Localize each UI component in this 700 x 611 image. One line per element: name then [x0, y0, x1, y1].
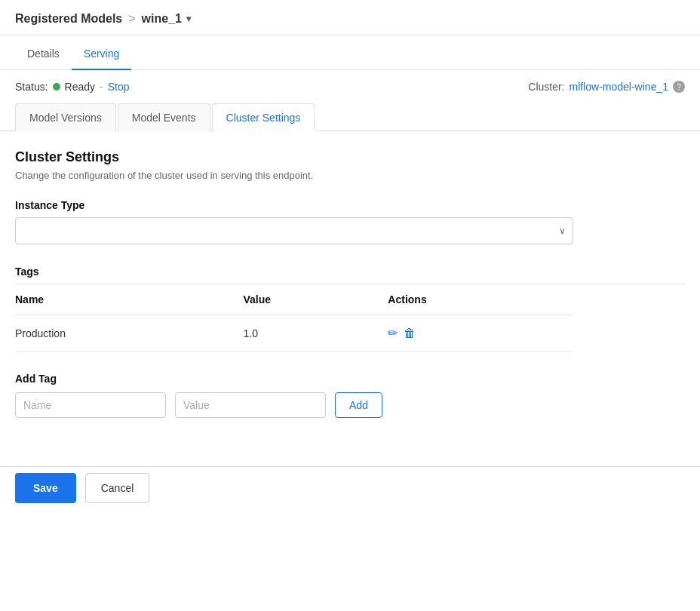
instance-type-select[interactable] — [15, 217, 573, 244]
tags-section: Tags Name Value Actions Production 1.0 — [15, 266, 685, 352]
cancel-button[interactable]: Cancel — [85, 473, 150, 503]
tag-actions-cell: ✏ 🗑 — [388, 315, 573, 352]
status-dot — [53, 83, 60, 91]
tags-table: Name Value Actions Production 1.0 ✏ 🗑 — [15, 284, 573, 352]
tags-label: Tags — [15, 266, 685, 278]
help-icon[interactable]: ? — [673, 81, 685, 93]
breadcrumb: Registered Models > wine_1 ▾ — [0, 0, 700, 35]
add-tag-value-input[interactable] — [175, 392, 326, 418]
status-label: Status: — [15, 81, 48, 93]
status-dash: - — [100, 81, 103, 93]
breadcrumb-parent[interactable]: Registered Models — [15, 12, 122, 26]
status-state: Ready — [65, 81, 95, 93]
add-tag-row: Add — [15, 392, 685, 418]
actions-container: ✏ 🗑 — [388, 326, 561, 340]
breadcrumb-dropdown-icon[interactable]: ▾ — [186, 14, 191, 24]
section-title: Cluster Settings — [15, 149, 685, 165]
tab-details[interactable]: Details — [15, 38, 72, 70]
tag-name-cell: Production — [15, 315, 244, 352]
save-button[interactable]: Save — [15, 473, 76, 503]
edit-icon[interactable]: ✏ — [388, 326, 398, 340]
subtab-model-events[interactable]: Model Events — [118, 103, 210, 131]
instance-type-label: Instance Type — [15, 199, 685, 211]
footer-buttons: Save Cancel — [0, 466, 700, 521]
breadcrumb-current: wine_1 ▾ — [142, 12, 191, 26]
col-header-value: Value — [244, 284, 388, 315]
cluster-label: Cluster: — [528, 81, 564, 93]
status-bar: Status: Ready - Stop Cluster: mlflow-mod… — [0, 70, 700, 103]
breadcrumb-current-label: wine_1 — [142, 12, 182, 26]
subtab-cluster-settings[interactable]: Cluster Settings — [212, 103, 315, 131]
tabs-bar: Details Serving — [0, 38, 700, 70]
subtab-model-versions[interactable]: Model Versions — [15, 103, 116, 131]
add-tag-label: Add Tag — [15, 373, 685, 385]
content-area: Cluster Settings Change the configuratio… — [0, 131, 700, 460]
col-header-name: Name — [15, 284, 244, 315]
breadcrumb-separator: > — [128, 12, 135, 26]
add-tag-name-input[interactable] — [15, 392, 166, 418]
status-right: Cluster: mlflow-model-wine_1 ? — [528, 81, 685, 93]
trash-icon[interactable]: 🗑 — [404, 327, 416, 340]
table-row: Production 1.0 ✏ 🗑 — [15, 315, 573, 352]
instance-type-wrapper: ∨ — [15, 217, 573, 244]
cluster-name-link[interactable]: mlflow-model-wine_1 — [570, 81, 669, 93]
add-tag-section: Add Tag Add — [15, 373, 685, 418]
add-tag-button[interactable]: Add — [335, 392, 382, 418]
page-container: Registered Models > wine_1 ▾ Details Ser… — [0, 0, 700, 521]
stop-link[interactable]: Stop — [108, 81, 130, 93]
col-header-actions: Actions — [388, 284, 573, 315]
subtabs-bar: Model Versions Model Events Cluster Sett… — [0, 103, 700, 131]
section-desc: Change the configuration of the cluster … — [15, 170, 685, 181]
status-left: Status: Ready - Stop — [15, 81, 130, 93]
tab-serving[interactable]: Serving — [72, 38, 131, 70]
tag-value-cell: 1.0 — [244, 315, 388, 352]
